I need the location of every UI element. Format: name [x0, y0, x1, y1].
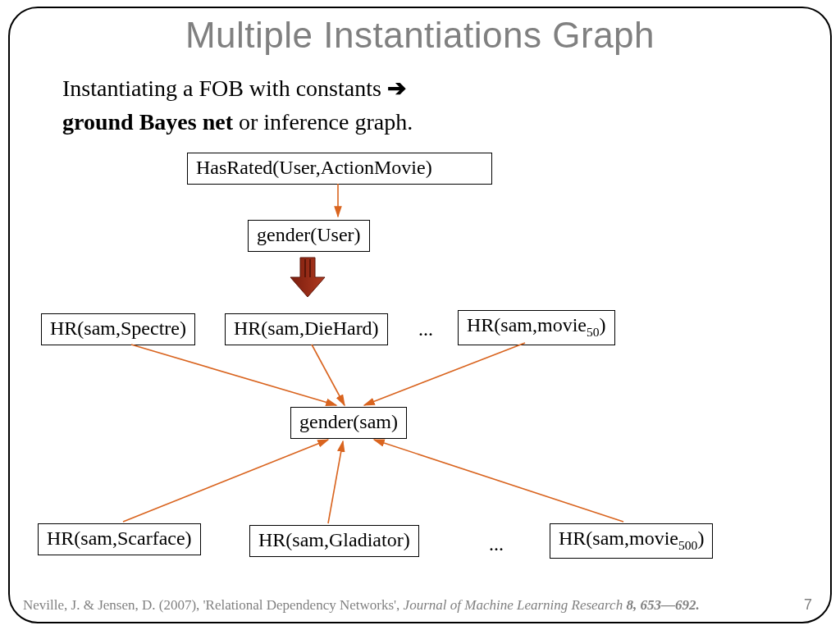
citation: Neville, J. & Jensen, D. (2007), 'Relati…: [23, 597, 700, 614]
node-hr-gladiator: HR(sam,Gladiator): [249, 525, 419, 557]
slide-subtitle: Instantiating a FOB with constants ➔ gro…: [62, 72, 791, 139]
node-gender-sam: gender(sam): [290, 407, 407, 439]
subtitle-bold: ground Bayes net: [62, 109, 233, 135]
node-hr-spectre: HR(sam,Spectre): [41, 313, 195, 345]
block-arrow-icon: [289, 256, 326, 299]
node-hasrated: HasRated(User,ActionMovie): [187, 153, 492, 185]
node-hr-scarface: HR(sam,Scarface): [38, 523, 201, 555]
subtitle-rest: or inference graph.: [233, 109, 413, 135]
arrow-icon: ➔: [387, 75, 406, 101]
node-hr-movie500: HR(sam,movie500): [550, 523, 713, 559]
node-gender-user: gender(User): [248, 220, 370, 252]
page-number: 7: [804, 596, 812, 614]
ellipsis-row1: ...: [418, 318, 433, 340]
ellipsis-row2: ...: [489, 533, 504, 555]
slide-title: Multiple Instantiations Graph: [0, 15, 840, 56]
subtitle-line1: Instantiating a FOB with constants: [62, 75, 387, 101]
node-hr-movie50: HR(sam,movie50): [458, 310, 615, 345]
node-hr-diehard: HR(sam,DieHard): [225, 313, 388, 345]
